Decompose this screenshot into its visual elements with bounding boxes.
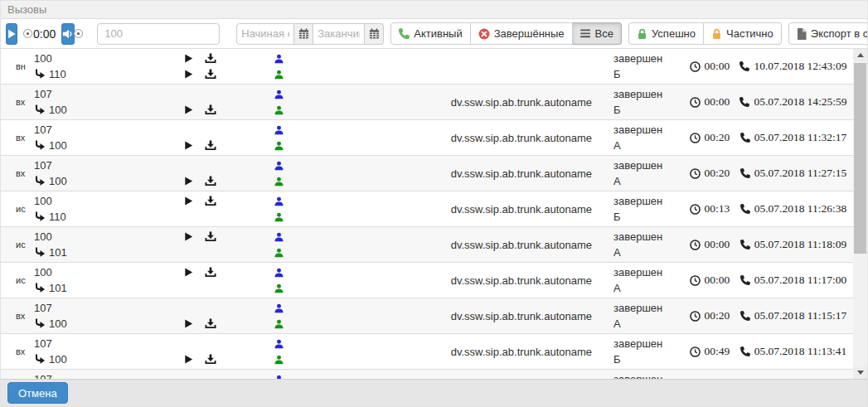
person-icon-green <box>274 355 284 365</box>
download-icon[interactable] <box>205 267 216 278</box>
person-icon-blue <box>274 161 284 171</box>
call-datetime: 10.07.2018 12:43:09 <box>734 49 853 84</box>
seek-slider-handle[interactable] <box>23 29 32 38</box>
level-down-arrow-icon <box>34 69 46 80</box>
clock-icon <box>690 204 701 215</box>
filter-success-button[interactable]: Успешно <box>628 22 704 45</box>
volume-slider-handle[interactable] <box>74 29 83 38</box>
play-button[interactable] <box>6 23 17 45</box>
play-icon[interactable] <box>183 53 194 64</box>
recording-controls <box>182 370 274 379</box>
seek-slider[interactable] <box>24 31 26 36</box>
export-csv-button[interactable]: Экспорт в csv <box>788 22 868 45</box>
play-icon <box>7 29 17 39</box>
play-icon[interactable] <box>183 354 194 365</box>
download-icon[interactable] <box>205 196 216 206</box>
callee-number: 110 <box>34 66 182 82</box>
call-datetime: 05.07.2018 11:18:09 <box>734 227 853 262</box>
play-icon[interactable] <box>183 231 194 242</box>
callee-number: 100 <box>34 138 182 153</box>
clock-icon <box>690 240 701 250</box>
person-icon-green <box>274 212 284 222</box>
filter-active-button[interactable]: Активный <box>390 22 470 45</box>
call-datetime <box>734 370 853 379</box>
date-to-calendar-button[interactable] <box>365 23 384 45</box>
callee-number: 100 <box>34 102 182 118</box>
download-icon[interactable] <box>205 176 216 187</box>
number-filter-input[interactable] <box>97 23 220 45</box>
recording-controls <box>182 298 274 333</box>
call-row[interactable]: вх107100dv.ssw.sip.ab.trunk.autonameзаве… <box>1 156 853 191</box>
download-icon[interactable] <box>205 104 216 115</box>
filter-all-button[interactable]: Все <box>573 22 622 45</box>
volume-slider[interactable] <box>80 31 82 36</box>
callee-number: 101 <box>34 245 182 260</box>
call-duration: 00:13 <box>686 191 734 226</box>
play-icon[interactable] <box>183 140 194 151</box>
caller-number: 107 <box>34 122 182 138</box>
filter-partial-button[interactable]: Частично <box>704 22 782 45</box>
call-row[interactable]: ис100101dv.ssw.sip.ab.trunk.autonameзаве… <box>1 263 853 298</box>
call-row[interactable]: вн100110завершенБ00:0010.07.2018 12:43:0… <box>1 49 853 85</box>
person-icon-green <box>274 177 284 187</box>
scroll-down-button[interactable] <box>853 366 867 379</box>
person-icon-blue <box>274 90 284 99</box>
call-direction: вх <box>1 298 34 333</box>
recording-controls <box>182 263 274 298</box>
trunk-name: dv.ssw.sip.ab.trunk.autoname <box>296 370 613 379</box>
call-direction <box>1 370 34 379</box>
play-icon[interactable] <box>183 318 194 329</box>
person-icon-green <box>274 141 284 151</box>
play-icon[interactable] <box>183 69 194 80</box>
call-status: завершенБ <box>613 191 686 226</box>
scrollbar-thumb[interactable] <box>854 63 866 254</box>
call-legs <box>274 227 296 262</box>
vertical-scrollbar[interactable] <box>853 49 867 379</box>
call-row[interactable]: 107dv.ssw.sip.ab.trunk.autonameзавершен <box>1 370 853 379</box>
clock-icon <box>690 311 701 322</box>
call-status: завершенБ <box>613 85 686 119</box>
date-from-input[interactable] <box>236 23 294 45</box>
download-icon[interactable] <box>205 318 216 329</box>
scroll-up-button[interactable] <box>853 49 867 61</box>
call-legs <box>274 298 296 333</box>
person-icon-green <box>274 105 284 115</box>
cancel-button[interactable]: Отмена <box>7 382 68 404</box>
clock-icon <box>690 61 701 72</box>
person-icon-blue <box>274 375 284 380</box>
callee-number: 100 <box>34 351 182 367</box>
call-row[interactable]: вх107100dv.ssw.sip.ab.trunk.autonameзаве… <box>1 85 853 120</box>
call-duration: 00:49 <box>686 334 734 369</box>
call-row[interactable]: ис100110dv.ssw.sip.ab.trunk.autonameзаве… <box>1 191 853 227</box>
download-icon[interactable] <box>205 140 216 151</box>
play-icon[interactable] <box>183 196 194 206</box>
trunk-name: dv.ssw.sip.ab.trunk.autoname <box>296 85 613 119</box>
person-icon-blue <box>274 339 284 349</box>
call-row[interactable]: вх107100dv.ssw.sip.ab.trunk.autonameзаве… <box>1 298 853 334</box>
download-icon[interactable] <box>205 53 216 64</box>
filter-completed-button[interactable]: Завершённые <box>471 22 573 45</box>
call-status: завершенА <box>613 263 686 298</box>
call-status: завершенА <box>613 156 686 191</box>
date-to-input[interactable] <box>313 23 365 45</box>
volume-button[interactable] <box>61 23 75 45</box>
date-from-calendar-button[interactable] <box>294 23 313 45</box>
filter-buttons: Активный Завершённые Все <box>384 22 868 45</box>
triangle-down-icon <box>857 371 864 375</box>
list-icon <box>580 29 591 38</box>
call-duration: 00:00 <box>686 263 734 298</box>
download-icon[interactable] <box>205 69 216 80</box>
play-icon[interactable] <box>183 176 194 187</box>
call-row[interactable]: ис100101dv.ssw.sip.ab.trunk.autonameзаве… <box>1 227 853 263</box>
trunk-name <box>296 49 613 84</box>
phone-icon <box>740 311 750 321</box>
download-icon[interactable] <box>205 354 216 365</box>
play-icon[interactable] <box>183 104 194 115</box>
call-row[interactable]: вх107100dv.ssw.sip.ab.trunk.autonameзаве… <box>1 334 853 370</box>
call-row[interactable]: вх107100dv.ssw.sip.ab.trunk.autonameзаве… <box>1 120 853 156</box>
recording-controls <box>182 156 274 191</box>
download-icon[interactable] <box>205 231 216 242</box>
call-legs <box>274 334 296 369</box>
callee-number: 110 <box>34 209 182 225</box>
play-icon[interactable] <box>183 267 194 278</box>
